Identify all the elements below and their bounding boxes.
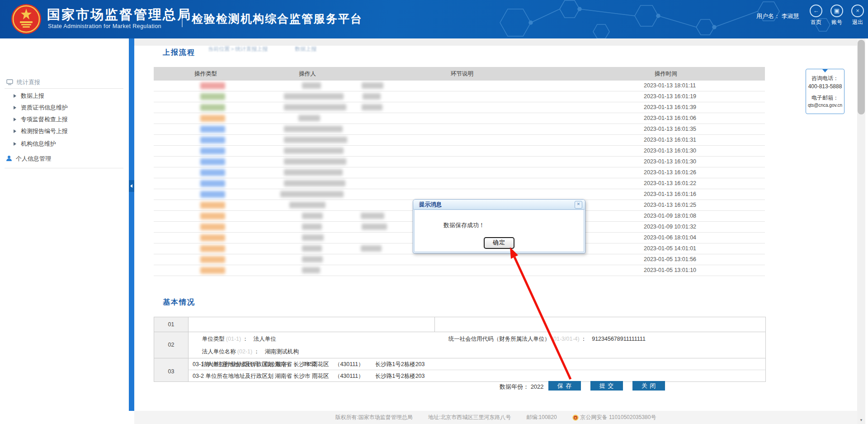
operation-time: 2023-01-13 16:01:22 (644, 178, 696, 189)
breadcrumb-part2: 数据上报 (295, 46, 316, 52)
sidebar-item-label: 专项监督检查上报 (21, 116, 68, 123)
redacted-operator-blob (284, 148, 344, 154)
header: 国家市场监督管理总局 State Administration for Mark… (0, 0, 868, 38)
footer-address: 地址:北京市西城区三里河东路八号 (428, 414, 511, 421)
operation-type-badge (200, 191, 225, 198)
sidebar-item-1[interactable]: 资质证书信息维护 (14, 104, 68, 111)
redacted-operator-blob (302, 256, 323, 262)
phone-label: 咨询电话： (806, 75, 844, 82)
redacted-operator-blob (361, 213, 384, 219)
user-name: 李淑慧 (782, 13, 799, 19)
operation-time: 2023-01-13 16:01:19 (644, 91, 696, 102)
redacted-operator-blob (302, 213, 323, 219)
redacted-operator-blob (298, 115, 320, 121)
operation-type-badge (200, 93, 225, 100)
redacted-operator-blob (362, 224, 387, 230)
process-row: 2023-01-05 13:01:56 (154, 254, 765, 265)
redacted-operator-blob (284, 169, 343, 176)
monitor-icon (6, 79, 13, 85)
table-vline (188, 317, 189, 381)
table-vline (434, 317, 435, 332)
nav-logout[interactable]: ×退出 (849, 5, 866, 26)
nav-home[interactable]: ←首页 (807, 5, 825, 26)
redacted-operator-blob (362, 82, 383, 89)
operation-type-badge (200, 256, 225, 263)
sidebar-divider (5, 88, 123, 89)
row-number: 02 (154, 332, 188, 358)
operation-time: 2023-01-06 18:01:04 (644, 233, 696, 243)
sidebar-item-label: 检测报告编号上报 (21, 128, 68, 134)
dialog-title-bar[interactable]: 提示消息 ✕ (413, 200, 585, 210)
operation-time: 2023-01-13 16:01:25 (644, 200, 696, 210)
operation-time: 2023-01-09 10:01:32 (644, 222, 696, 232)
section-title-process: 上报流程 (163, 48, 195, 57)
tooltip-arrow-icon (822, 69, 828, 72)
process-row: 2023-01-13 16:01:39 (154, 102, 765, 113)
redacted-operator-blob (362, 104, 382, 110)
data-year-value: 2022 (531, 383, 544, 390)
column-header: 操作时间 (655, 67, 677, 81)
row-number: 03 (154, 358, 188, 381)
sidebar-item-4[interactable]: 机构信息维护 (14, 140, 56, 147)
scrollbar-thumb[interactable] (858, 40, 865, 114)
operation-time: 2023-01-13 16:01:31 (644, 135, 696, 145)
triangle-right-icon (14, 118, 16, 121)
redacted-operator-blob (280, 191, 344, 197)
dialog-message: 数据保存成功！ (443, 221, 485, 229)
operation-time: 2023-01-05 14:01:01 (644, 243, 696, 254)
header-divider (182, 11, 183, 27)
location-address-field: 03-2 单位所在地地址及行政区划 湖南省 长沙市 雨花区 （430111） 长… (193, 371, 425, 381)
operation-type-badge (200, 234, 225, 241)
operation-type-badge (200, 115, 225, 122)
sidebar-item-personal-info[interactable]: 个人信息管理 (6, 155, 51, 163)
sidebar-group-stats-report[interactable]: 统计直报 (6, 78, 40, 86)
operation-time: 2023-01-13 16:01:06 (644, 113, 696, 124)
basic-info-table: 01 02 03 单位类型(01-1)：法人单位 统一社会信用代码（财务所属法人… (154, 317, 766, 382)
nav-account[interactable]: ▣账号 (828, 5, 845, 26)
national-emblem-logo (11, 3, 42, 35)
process-row: 2023-01-05 13:01:10 (154, 265, 765, 276)
redacted-operator-blob (284, 180, 345, 186)
process-row: 2023-01-13 16:01:31 (154, 135, 765, 146)
submit-button[interactable]: 提 交 (590, 381, 623, 391)
operation-type-badge (200, 213, 225, 219)
dialog-body: 数据保存成功！ 确定 (414, 210, 584, 252)
operation-time: 2023-01-05 13:01:10 (644, 265, 696, 276)
sidebar-divider (5, 168, 123, 168)
sidebar-item-label: 机构信息维护 (21, 140, 56, 147)
field-colon: ： (581, 336, 587, 342)
redacted-operator-blob (284, 104, 346, 110)
ok-button[interactable]: 确定 (484, 237, 514, 249)
clipboard-icon: ▣ (830, 5, 843, 17)
sidebar-item-0[interactable]: 数据上报 (14, 92, 44, 99)
redacted-operator-blob (302, 224, 322, 230)
email-label: 电子邮箱： (806, 94, 844, 102)
section-title-basic: 基本情况 (163, 298, 195, 307)
close-button[interactable]: 关 闭 (632, 381, 665, 391)
footer-beian-link[interactable]: 京公网安备 11010502035380号 (572, 414, 656, 421)
nav-label: 账号 (828, 19, 845, 26)
redacted-operator-blob (284, 137, 347, 143)
operation-type-badge (200, 104, 225, 111)
operation-type-badge (200, 137, 225, 143)
process-row: 2023-01-13 16:01:35 (154, 124, 765, 135)
sidebar-collapse-button[interactable] (129, 180, 134, 192)
operation-time: 2023-01-05 13:01:56 (644, 254, 696, 265)
process-row: 2023-01-13 16:01:19 (154, 91, 765, 102)
operation-type-badge (200, 245, 225, 252)
contact-info-box: 咨询电话： 400-813-5888 电子邮箱： qts@cnca.gov.cn (806, 69, 844, 114)
sidebar-item-3[interactable]: 检测报告编号上报 (14, 127, 68, 134)
column-header: 操作人 (299, 67, 316, 81)
operation-time: 2023-01-13 18:01:11 (644, 81, 696, 91)
nav-label: 首页 (807, 19, 825, 26)
breadcrumb: 当前位置＞统计直报上报数据上报 (202, 39, 316, 59)
process-row: 2023-01-13 18:01:11 (154, 81, 765, 91)
dialog-close-icon[interactable]: ✕ (575, 201, 582, 209)
org-name-en: State Administration for Market Regulati… (48, 23, 161, 29)
collapse-left-icon (130, 184, 132, 188)
redacted-operator-blob (284, 93, 344, 100)
scrollbar-down-arrow[interactable]: ▼ (857, 416, 865, 424)
data-year: 数据年份： 2022 (500, 383, 544, 391)
save-button[interactable]: 保 存 (548, 381, 581, 391)
sidebar-item-2[interactable]: 专项监督检查上报 (14, 115, 68, 123)
